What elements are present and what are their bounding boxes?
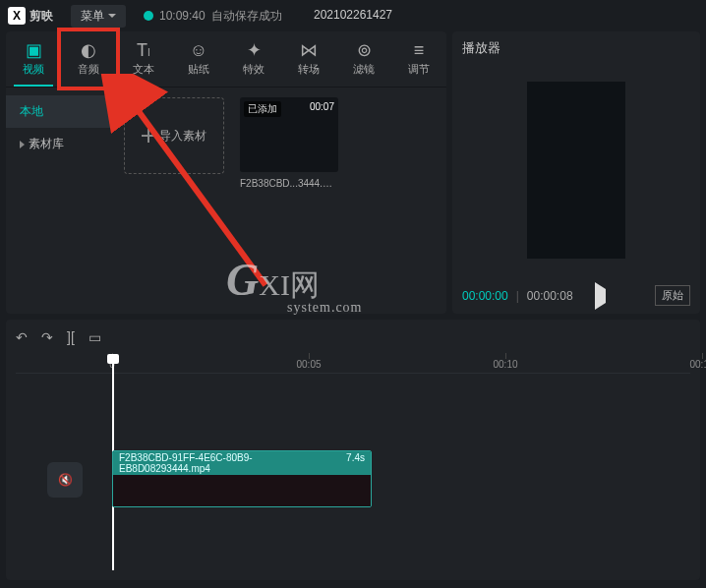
play-icon (595, 282, 606, 310)
sidenav-library-label: 素材库 (29, 136, 64, 152)
text-icon: TI (137, 41, 150, 59)
sidenav-library[interactable]: 素材库 (6, 128, 114, 160)
tab-fx[interactable]: ✦ 特效 (226, 31, 281, 87)
status-ok-icon (144, 11, 153, 21)
tab-text[interactable]: TI 文本 (116, 31, 171, 87)
adjust-icon: ≡ (414, 41, 425, 59)
player-viewport[interactable] (462, 63, 690, 277)
timeline-clip-header: F2B38CBD-91FF-4E6C-80B9-EB8D08293444.mp4… (113, 451, 371, 475)
time-current: 00:00:00 (462, 289, 508, 303)
tab-filter[interactable]: ⊚ 滤镜 (336, 31, 391, 87)
media-grid: 导入素材 已添加 00:07 F2B38CBD...3444.mp4 (114, 88, 446, 314)
tab-filter-label: 滤镜 (353, 62, 375, 77)
tab-transition[interactable]: ⋈ 转场 (281, 31, 336, 87)
redo-button[interactable]: ↷ (41, 329, 53, 345)
tab-adjust[interactable]: ≡ 调节 (391, 31, 446, 87)
added-badge: 已添加 (244, 101, 281, 117)
filter-icon: ⊚ (357, 41, 372, 59)
ruler-mark: 00:10 (493, 359, 517, 370)
transition-icon: ⋈ (300, 41, 318, 59)
autosave-time: 10:09:40 (159, 9, 206, 23)
timeline-clip[interactable]: F2B38CBD-91FF-4E6C-80B9-EB8D08293444.mp4… (112, 450, 372, 507)
sticker-icon: ☺ (190, 41, 207, 59)
time-total: 00:00:08 (527, 289, 573, 303)
timeline-toolbar: ↶ ↷ ]​[ ▭ (16, 325, 690, 349)
original-ratio-button[interactable]: 原始 (655, 285, 690, 306)
ruler-mark: 00:05 (296, 359, 321, 370)
ruler-mark: 00:15 (689, 359, 706, 370)
media-sidenav: 本地 素材库 (6, 88, 114, 314)
player-panel: 播放器 00:00:00 | 00:00:08 原始 (452, 31, 700, 314)
project-name: 202102261427 (314, 8, 392, 22)
category-tabs: ▣ 视频 ◐ 音频 TI 文本 ☺ 贴纸 ✦ 特效 ⋈ 转场 (6, 31, 446, 88)
title-bar: X 剪映 菜单 10:09:40 自动保存成功 202102261427 (0, 0, 706, 31)
tab-sticker-label: 贴纸 (188, 62, 209, 77)
speaker-icon: 🔇 (58, 473, 73, 487)
clip-duration: 00:07 (310, 101, 334, 112)
tab-sticker[interactable]: ☺ 贴纸 (171, 31, 226, 87)
tab-fx-label: 特效 (243, 62, 265, 77)
delete-button[interactable]: ▭ (88, 329, 101, 345)
import-label: 导入素材 (159, 128, 206, 145)
timeline-clip-name: F2B38CBD-91FF-4E6C-80B9-EB8D08293444.mp4 (119, 452, 338, 474)
autosave-status: 10:09:40 自动保存成功 (144, 8, 282, 25)
audio-icon: ◐ (81, 41, 96, 59)
split-button[interactable]: ]​[ (67, 329, 75, 345)
track-mute-button[interactable]: 🔇 (47, 462, 83, 498)
timeline-clip-duration: 7.4s (346, 452, 365, 474)
play-button[interactable] (595, 289, 606, 303)
clip-thumbnail: 已添加 00:07 (240, 97, 338, 172)
timeline-panel: ↶ ↷ ]​[ ▭ 0 00:05 00:10 00:15 🔇 F2B38CBD… (6, 320, 700, 580)
media-panel: ▣ 视频 ◐ 音频 TI 文本 ☺ 贴纸 ✦ 特效 ⋈ 转场 (6, 31, 446, 314)
player-controls: 00:00:00 | 00:00:08 原始 (462, 277, 690, 306)
tab-transition-label: 转场 (298, 62, 320, 77)
sidenav-local[interactable]: 本地 (6, 95, 114, 128)
video-icon: ▣ (26, 41, 42, 59)
undo-button[interactable]: ↶ (16, 329, 28, 345)
sidenav-local-label: 本地 (20, 103, 43, 120)
chevron-down-icon (108, 14, 116, 18)
timeline-tracks[interactable]: 🔇 F2B38CBD-91FF-4E6C-80B9-EB8D08293444.m… (16, 373, 690, 570)
media-clip[interactable]: 已添加 00:07 F2B38CBD...3444.mp4 (240, 97, 338, 304)
fx-icon: ✦ (247, 41, 262, 59)
app-name: 剪映 (29, 8, 53, 25)
plus-icon (142, 129, 155, 143)
tab-adjust-label: 调节 (408, 62, 430, 77)
player-title: 播放器 (462, 39, 690, 57)
import-media-button[interactable]: 导入素材 (124, 97, 224, 174)
tab-audio[interactable]: ◐ 音频 (61, 31, 116, 87)
clip-filename: F2B38CBD...3444.mp4 (240, 178, 338, 189)
timeline-clip-frames (113, 475, 371, 507)
triangle-right-icon (20, 141, 25, 148)
tab-audio-label: 音频 (78, 62, 99, 77)
menu-dropdown[interactable]: 菜单 (71, 5, 126, 28)
tab-video[interactable]: ▣ 视频 (6, 31, 61, 87)
logo-icon: X (8, 7, 26, 25)
video-preview (527, 82, 625, 259)
menu-label: 菜单 (81, 8, 104, 25)
tab-text-label: 文本 (133, 62, 154, 77)
tab-video-label: 视频 (23, 62, 44, 77)
autosave-text: 自动保存成功 (211, 8, 282, 25)
app-logo: X 剪映 (8, 7, 53, 25)
